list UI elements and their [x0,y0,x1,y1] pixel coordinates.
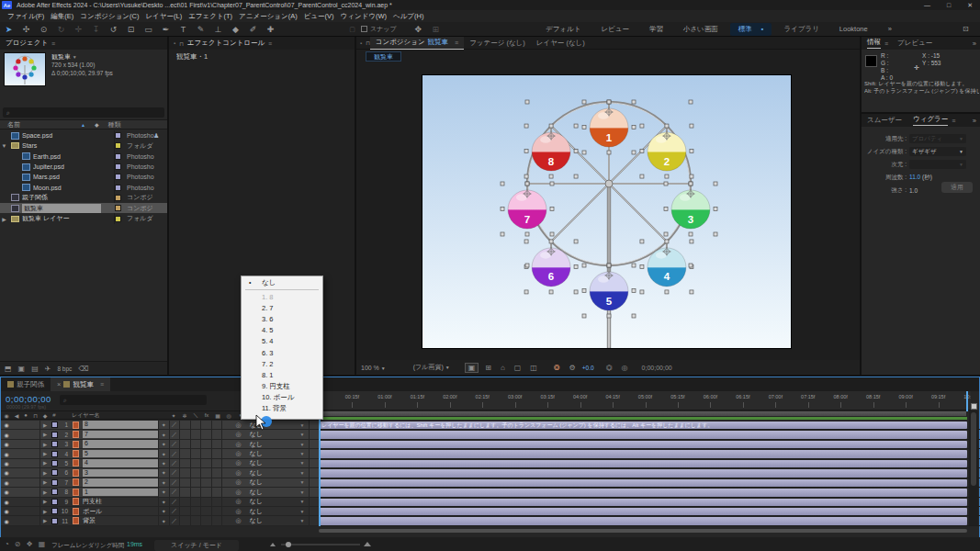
ferris-ball-2[interactable]: 2 [648,126,686,171]
quality-switch[interactable]: ／ [170,468,181,477]
timeline-layer-row[interactable]: ◉ ▶ 5 4 ✦ ／ ◎ なし▼ [1,459,980,468]
quality-switch[interactable]: ／ [170,507,181,515]
minimize-button[interactable]: — [924,2,930,8]
panel-menu-icon[interactable]: ≡ [268,40,272,47]
snap-checkbox[interactable]: スナップ [361,25,397,34]
parent-pickwhip-icon[interactable]: ◎ [233,498,244,506]
eye-icon[interactable]: ◉ [1,516,12,524]
parent-pickwhip-icon[interactable]: ◎ [233,440,244,448]
workspace-tab[interactable]: ライブラリ [775,23,827,36]
menu-item[interactable]: 8. 1 [242,369,322,380]
expand-icon[interactable]: ▶ [40,468,50,477]
draft-3d-icon[interactable]: ⊘ [15,540,21,548]
mask-visibility-icon[interactable]: ⌂ [498,364,508,372]
workspace-tab[interactable]: » [880,23,900,35]
label-color[interactable] [50,507,59,515]
ferris-ball-7[interactable]: 7 [508,184,546,229]
panel-menu-icon[interactable]: ≡ [51,40,55,47]
menu-item[interactable]: ウィンドウ(W) [341,12,387,21]
menu-item[interactable]: 9. 円支柱 [242,381,322,392]
effect-controls-layer-name[interactable]: 観覧車・1 [176,52,208,62]
menu-item[interactable]: 10. ボール [242,392,322,403]
label-color[interactable] [50,468,59,477]
clone-stamp-tool-icon[interactable]: ⊥ [209,25,227,34]
tab-info[interactable]: 情報 [867,38,881,49]
frame-blend-icon[interactable]: ▦ [39,540,46,548]
timeline-layer-row[interactable]: ◉ ▶ 8 1 ✦ ／ ◎ なし▼ [1,488,980,497]
workspace-tab[interactable]: 小さい画面 [675,23,727,36]
label-color[interactable] [50,430,59,438]
timeline-layer-row[interactable]: ◉ ▶ 1 8 ✦ ／ ◎ なし▼ レイヤーを親の位置に移動するには、Shift… [1,421,980,430]
label-color[interactable] [50,440,59,448]
tab-timeline-parent-comp[interactable]: 親子関係 [1,377,51,391]
expand-icon[interactable]: ▶ [40,507,50,515]
new-composition-icon[interactable]: ▤ [31,365,39,373]
ferris-ball-4[interactable]: 4 [648,242,686,287]
shy-switch[interactable]: ✦ [159,478,170,487]
show-snapshot-icon[interactable]: ◎ [619,364,631,372]
maximize-button[interactable]: □ [947,2,951,8]
expander-icon[interactable]: ▶ [0,216,8,222]
brush-tool-icon[interactable]: ✎ [192,25,209,34]
label-color[interactable] [50,421,59,429]
layer-name[interactable]: 8 [81,421,159,429]
menu-item[interactable]: ファイル(F) [7,12,44,21]
parent-dropdown[interactable]: なし▼ [244,498,310,506]
puppet-pin-tool-icon[interactable]: ✚ [262,25,279,34]
text-tool-icon[interactable]: T [175,25,192,34]
project-item-psd[interactable]: Jupiter.psdPhotosho [0,162,167,172]
eye-icon[interactable]: ◉ [1,459,12,467]
apply-to-select[interactable]: プロパティ▼ [909,134,966,143]
parent-dropdown[interactable]: なし▼ [244,449,310,457]
layer-duration-bar[interactable] [319,498,980,507]
tab-preview[interactable]: プレビュー [897,39,932,48]
shy-switch[interactable]: ✦ [159,498,170,506]
roto-brush-tool-icon[interactable]: ✐ [244,25,262,34]
eye-icon[interactable]: ◉ [1,488,12,496]
quality-switch[interactable]: ／ [170,498,181,506]
workspace-tab[interactable]: デフォルト [537,23,589,36]
ferris-ball-6[interactable]: 6 [532,242,570,287]
project-search-input[interactable]: ⌕ [3,107,164,118]
layer-duration-bar[interactable] [319,468,980,478]
ferris-ball-3[interactable]: 3 [671,184,710,229]
label-color[interactable] [115,185,121,191]
ferris-ball-8[interactable]: 8 [532,126,570,171]
layer-duration-bar[interactable]: レイヤーを親の位置に移動するには、Shift キーを押したままにします。子のトラ… [319,421,980,430]
eye-icon[interactable]: ◉ [1,507,12,515]
parent-dropdown[interactable]: なし▼ [244,478,310,487]
timeline-search-input[interactable]: ⌕ [60,395,207,405]
composite-toggle-icon[interactable]: ◔ [5,540,9,548]
close-button[interactable]: ✕ [967,2,973,9]
layer-name[interactable]: 1 [81,488,159,496]
layer-name[interactable]: 6 [81,440,159,448]
selection-tool-icon[interactable]: ➤ [0,25,17,34]
menu-item[interactable]: コンポジション(C) [80,12,139,21]
shy-switch[interactable]: ✦ [159,468,170,477]
composition-canvas[interactable]: 12345678 [422,75,791,348]
project-item-folder[interactable]: ▶観覧車 レイヤーフォルダ [0,213,167,223]
menu-item[interactable]: エフェクト(T) [188,12,232,21]
parent-pickwhip-icon[interactable]: ◎ [233,421,244,429]
quality-switch[interactable]: ／ [170,488,181,496]
eraser-tool-icon[interactable]: ◆ [227,25,244,34]
camera-tool-icon[interactable]: ⊡ [122,25,140,34]
label-color[interactable] [50,498,59,506]
time-ruler[interactable]: 00:15f01:00f01:15f02:00f02:15f03:00f03:1… [319,391,971,410]
timeline-layer-row[interactable]: ◉ ▶ 4 5 ✦ ／ ◎ なし▼ [1,449,980,458]
workspace-tab[interactable]: 標準 [730,23,772,36]
menu-item[interactable]: 11. 背景 [242,403,322,414]
layer-name[interactable]: 背景 [81,516,159,524]
parent-pickwhip-icon[interactable]: ◎ [233,430,244,438]
snapshot-icon[interactable]: ⏣ [603,364,615,372]
expand-icon[interactable]: ▶ [40,498,50,506]
grid-icon[interactable]: ⊞ [427,25,445,34]
shy-switch[interactable]: ✦ [159,449,170,457]
quality-switch[interactable]: ／ [170,516,181,524]
layer-name[interactable]: 2 [81,478,159,487]
layer-name[interactable]: ボール [81,507,159,515]
menu-item[interactable]: 6. 3 [242,347,322,358]
panel-overflow-icon[interactable]: » [973,117,976,125]
shy-switch[interactable]: ✦ [159,440,170,448]
quality-switch[interactable]: ／ [170,430,181,438]
